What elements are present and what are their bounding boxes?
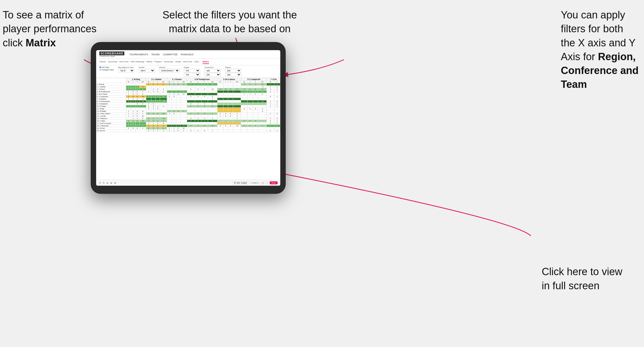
bottom-toolbar: ↺ ↻ ⊖ ⊕ ⚙ ⊞ View: Original ⊙ Watch ▾ ⬜ ⛶… [96, 180, 280, 186]
conference-select-x[interactable]: (All) [204, 69, 221, 72]
empty-header [96, 78, 126, 83]
table-row: 10. B Valdes 1101 0010 01011 11 [96, 105, 280, 108]
logo-area: SCOREBOARD Powered by clippd [99, 52, 124, 57]
filter-players: Players (All) (All) [225, 66, 241, 76]
tab-matrix-left[interactable]: Matrix [147, 60, 152, 64]
sub-nav: Teams Summary H2H Grid H2H Heatmap Matri… [96, 59, 280, 65]
app-header: SCOREBOARD Powered by clippd TOURNAMENTS… [96, 50, 280, 59]
nav-tournaments[interactable]: TOURNAMENTS [129, 53, 148, 56]
col-header-5: 5. M La Sasso [217, 78, 241, 81]
compact-view-radio[interactable]: Compact View [99, 69, 114, 71]
tab-matrix-active[interactable]: Matrix [203, 60, 209, 64]
zoom-in-icon[interactable]: ⊕ [110, 182, 112, 184]
toolbar-left: ↺ ↻ ⊖ ⊕ ⚙ [99, 182, 116, 184]
redo-icon[interactable]: ↻ [103, 182, 105, 184]
matrix-table: 1. W Ding 2. L Clanton 3. J Koivun 4. M … [96, 78, 280, 132]
tablet-device: SCOREBOARD Powered by clippd TOURNAMENTS… [91, 42, 286, 194]
col-header-1: 1. W Ding [126, 78, 146, 81]
table-row: 14. J Lundin 11010 1007 [96, 115, 280, 117]
settings-icon[interactable]: ⚙ [114, 182, 116, 184]
table-row: 9. N Gabrielcik 00 09 0101 11 [96, 103, 280, 105]
table-row: 17. S De La Fuente 20 110-8 02 [96, 122, 280, 125]
filter-division: Division NCAA Division I [159, 66, 180, 72]
gender-select[interactable]: Men's [139, 69, 155, 72]
table-row: 12. M Riedel 110-6 1001 -6 [96, 110, 280, 113]
tablet-screen: SCOREBOARD Powered by clippd TOURNAMENTS… [96, 50, 280, 186]
nav-teams[interactable]: TEAMS [151, 53, 160, 56]
col-header-7: 7. G Sa [267, 78, 280, 81]
players-select-y[interactable]: (All) [225, 73, 241, 76]
tab-summary2[interactable]: Summary [164, 60, 173, 64]
watch-button[interactable]: ⊙ Watch ▾ [250, 182, 259, 184]
undo-icon[interactable]: ↺ [99, 182, 101, 184]
share-button[interactable]: Share [270, 181, 278, 184]
conference-select-y[interactable]: (All) [204, 73, 221, 76]
tab-h2h-heatmap[interactable]: H2H Heatmap [131, 60, 144, 64]
table-row: 3. J Koivun 1102 102 01013 04011 010-6 3… [96, 88, 280, 91]
matrix-container: 1. W Ding 2. L Clanton 3. J Koivun 4. M … [96, 78, 280, 180]
main-nav: TOURNAMENTS TEAMS COMMITTEE RANKINGS [129, 53, 193, 56]
table-row: 6. C Lamprecht 300-16 24124 30 1106 01 [96, 95, 280, 98]
nav-committee[interactable]: COMMITTEE [163, 53, 178, 56]
table-row: 8. P Summerhays 521-45 220-16 -13 12 [96, 100, 280, 103]
tab-h2h-grid2[interactable]: H2H Grid [183, 60, 192, 64]
filter-max-players: Max players in view Top 25 [118, 66, 134, 72]
table-row: 2. L Clanton 210-16 -24 22 [96, 86, 280, 88]
filter-gender: Gender Men's [139, 66, 155, 72]
col-header-2: 2. L Clanton [146, 78, 167, 81]
annotation-bottom-right: Click here to view in full screen [542, 265, 622, 293]
monitor-icon[interactable]: ⬜ [261, 182, 264, 184]
region-select-y[interactable]: N/A [184, 73, 200, 76]
col-header-4: 4. M Thorbjornsen [187, 78, 217, 81]
tab-teams[interactable]: Teams [99, 60, 106, 64]
tab-h2h-grid[interactable]: H2H Grid [119, 60, 128, 64]
annotation-top-left: To see a matrix of player performances c… [3, 8, 96, 50]
zoom-out-icon[interactable]: ⊖ [106, 182, 109, 184]
table-row: 5. M La Sasso 1006 10014 1106 [96, 93, 280, 95]
annotation-top-right: You can apply filters for both the X axi… [561, 8, 639, 92]
players-select-x[interactable]: (All) [225, 69, 241, 72]
table-row: 16. K Vilips 310-25 2204 3308 050 01 [96, 120, 280, 122]
region-select-x[interactable]: N/A [184, 69, 200, 72]
view-original-button[interactable]: ⊞ View: Original [232, 181, 249, 185]
table-row: 11. M Ege 010 0104 [96, 108, 280, 110]
filter-conference: Conference (All) (All) [204, 66, 221, 76]
tab-summary[interactable]: Summary [108, 60, 117, 64]
table-row: 4. M Thorbjornsen 1001 1001 5 110-6 01 [96, 91, 280, 93]
max-players-select[interactable]: Top 25 [118, 69, 134, 72]
filter-region: Region N/A N/A [184, 66, 200, 76]
tab-detail[interactable]: Detail [175, 60, 181, 64]
fullscreen-icon[interactable]: ⛶ [266, 182, 268, 184]
tab-players[interactable]: Players [155, 60, 162, 64]
view-options: Full View Compact View [99, 66, 114, 71]
table-row: 13. J Skov Olesen 110-3 210-19 10 1001 2… [96, 113, 280, 115]
annotation-top-center: Select the filters you want the matrix d… [162, 8, 297, 36]
logo-subtitle: Powered by clippd [99, 55, 124, 57]
col-header-3: 3. J Koivun [167, 78, 187, 81]
tab-h2h-dots[interactable]: H2H... [194, 60, 200, 64]
full-view-radio[interactable]: Full View [99, 66, 114, 68]
filters-row: Full View Compact View Max players in vi… [96, 65, 280, 78]
table-row: 7. G Sargent 200-16 3 [96, 98, 280, 100]
logo-title: SCOREBOARD [99, 52, 124, 55]
table-row: 19. D Ford 2001 201-3 01013 [96, 127, 280, 130]
division-select[interactable]: NCAA Division I [159, 69, 180, 72]
nav-rankings[interactable]: RANKINGS [181, 53, 194, 56]
table-row: 1. W Ding 12011 110-2 12017 01013 02 [96, 83, 280, 86]
table-row: 18. C Sherwood 2001 1300 221-11 01013 22… [96, 125, 280, 127]
table-row: 15. P Maichon 110 11-19 4101 -7 22 [96, 117, 280, 120]
col-header-6: 6. C Lamprecht [241, 78, 267, 81]
toolbar-right: ⊞ View: Original ⊙ Watch ▾ ⬜ ⛶ Share [232, 181, 278, 185]
table-row: 20. M Ford 331-11 110-1 0107 11 [96, 130, 280, 132]
